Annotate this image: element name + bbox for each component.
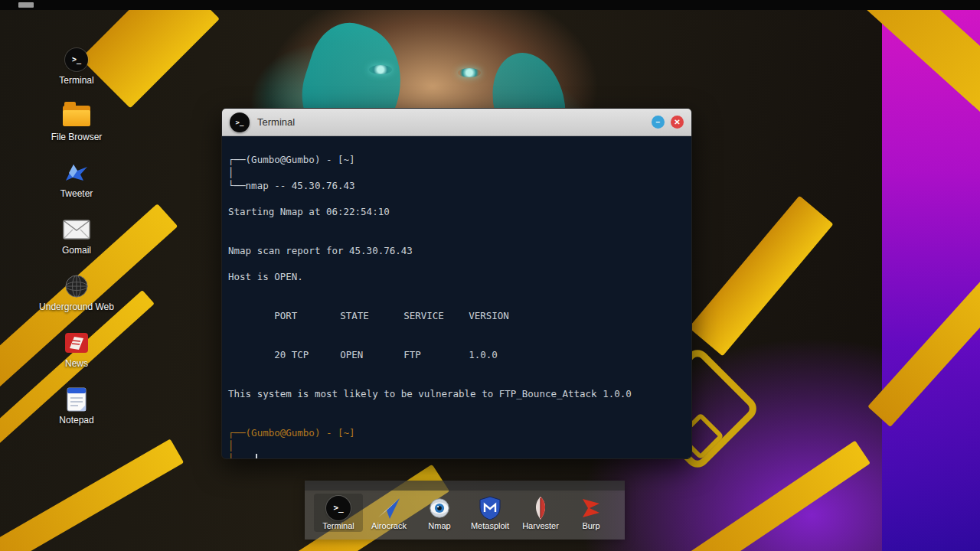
dock-item-nmap[interactable]: Nmap [415,494,464,532]
envelope-icon [63,220,90,240]
terminal-icon [65,48,88,71]
dock-item-burp[interactable]: Burp [567,494,616,532]
airocrack-icon [377,496,401,520]
desktop-icon-label: Terminal [59,75,93,86]
window-title: Terminal [257,116,295,128]
dock-item-list: Terminal Airocrack [305,491,625,532]
desktop-icon-file-browser[interactable]: File Browser [34,104,119,142]
eye-icon [427,497,452,520]
folder-icon [63,106,90,126]
dock-handle[interactable] [305,481,625,491]
terminal-prompt-line: ┌──(Gumbo@Gumbo) - [~] [228,153,685,166]
desktop-icon-label: Gomail [62,245,91,256]
terminal-titlebar[interactable]: Terminal − ✕ [222,109,691,136]
terminal-output-line: Starting Nmap at 06:22:54:10 [228,205,685,218]
window-controls: − ✕ [652,116,684,129]
feather-icon [531,496,550,520]
terminal-prompt-line: ┌──(Gumbo@Gumbo) - [~] [228,426,685,439]
minimize-button[interactable]: − [652,116,665,129]
dock-item-airocrack[interactable]: Airocrack [364,494,413,532]
dock-item-terminal[interactable]: Terminal [314,494,363,532]
scan-table-header-cell: STATE [340,309,403,322]
close-icon: ✕ [674,119,680,126]
desktop-icon-gomail[interactable]: Gomail [34,217,119,256]
wallpaper-beam [0,439,184,551]
desktop-icon-label: Underground Web [39,302,114,312]
shield-icon [479,496,501,520]
scan-table-cell: FTP [403,348,469,361]
desktop-icon-label: News [65,358,88,369]
burp-icon [580,497,603,520]
dock: Terminal Airocrack [305,481,625,540]
terminal-prompt-symbol: └── [228,453,246,458]
terminal-prompt-line: │ [228,439,685,452]
globe-icon [64,274,89,298]
desktop: Terminal File Browser Tweeter [0,0,980,551]
terminal-blank-line [228,413,685,426]
desktop-icon-terminal[interactable]: Terminal [34,47,119,86]
terminal-blank-line [228,374,685,387]
terminal-window: Terminal − ✕ ┌──(Gumbo@Gumbo) - [~] │ └─… [221,108,692,459]
terminal-input-line[interactable]: └── [228,452,685,458]
dock-item-harvester[interactable]: Harvester [516,494,565,532]
terminal-command-line: └──nmap -- 45.30.76.43 [228,179,685,192]
scan-table-cell: 20 TCP [274,348,340,361]
terminal-blank-line [228,400,685,413]
terminal-icon [230,112,250,132]
close-button[interactable]: ✕ [671,116,684,129]
terminal-blank-line [228,257,685,270]
scan-table-row: 20 TCPOPENFTP1.0.0 [228,335,685,374]
dock-item-label: Nmap [428,521,450,530]
terminal-output-line: Host is OPEN. [228,270,685,283]
scan-table-cell: 1.0.0 [469,348,498,361]
scan-table-header-cell: VERSION [469,309,509,322]
dock-item-label: Burp [582,521,599,530]
dock-item-label: Terminal [322,521,354,530]
terminal-cursor [256,454,257,458]
bird-icon [64,161,90,184]
terminal-output-line: Nmap scan report for 45.30.76.43 [228,244,685,257]
desktop-icon-notepad[interactable]: Notepad [34,387,119,425]
scan-table-header-cell: PORT [274,309,340,322]
terminal-blank-line [228,283,685,296]
top-bar [0,0,980,10]
desktop-icon-label: File Browser [51,132,103,142]
dock-item-metasploit[interactable]: Metasploit [466,494,514,532]
desktop-icon-label: Notepad [59,415,93,425]
wallpaper-eye [369,65,392,74]
scan-table-cell: OPEN [340,348,403,361]
topbar-indicator[interactable] [18,2,34,8]
notepad-icon [66,387,87,412]
terminal-output-line: This system is most likely to be vulnera… [228,387,685,400]
wallpaper-beam [688,196,833,357]
scan-table-header-cell: SERVICE [403,309,469,322]
dock-item-label: Harvester [522,521,559,530]
desktop-icon-news[interactable]: News [34,331,119,369]
desktop-icon-label: Tweeter [60,188,93,199]
minimize-icon: − [656,119,661,126]
dock-item-label: Airocrack [371,521,407,530]
desktop-icon-tweeter[interactable]: Tweeter [34,161,119,199]
terminal-blank-line [228,231,685,244]
scan-table-header: PORTSTATESERVICEVERSION [228,296,685,335]
desktop-icon-underground-web[interactable]: Underground Web [34,274,119,312]
news-icon [64,331,89,355]
terminal-blank-line [228,192,685,205]
wallpaper-eye [458,68,481,77]
terminal-blank-line [228,218,685,231]
dock-item-label: Metasploit [471,521,509,530]
desktop-icon-list: Terminal File Browser Tweeter [34,47,119,425]
terminal-icon [326,496,351,520]
terminal-prompt-line: │ [228,166,685,179]
terminal-body[interactable]: ┌──(Gumbo@Gumbo) - [~] │ └──nmap -- 45.3… [222,136,691,458]
